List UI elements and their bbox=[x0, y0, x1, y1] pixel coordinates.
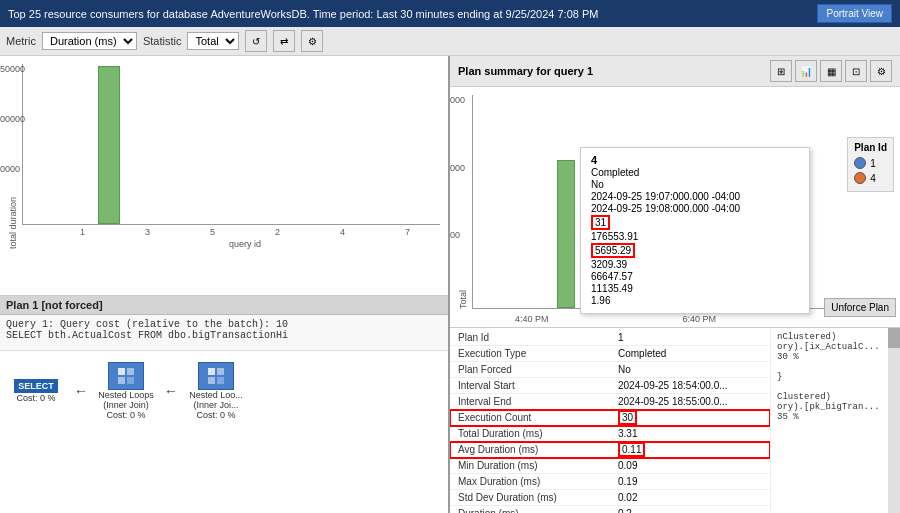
tooltip-row-number: 4 bbox=[589, 154, 801, 166]
x-axis-label: query id bbox=[50, 239, 440, 249]
svg-rect-5 bbox=[217, 368, 224, 375]
rside-spacer bbox=[777, 362, 894, 372]
statistic-select[interactable]: Total bbox=[187, 32, 239, 50]
stats-value: 0.11 bbox=[610, 442, 770, 458]
tooltip-val-66647: 66647.57 bbox=[591, 271, 633, 282]
sync-button[interactable]: ⇄ bbox=[273, 30, 295, 52]
x-label: 7 bbox=[405, 227, 410, 237]
bottom-left-panel: Plan 1 [not forced] Query 1: Query cost … bbox=[0, 296, 448, 513]
stats-label: Duration (ms) bbox=[450, 506, 610, 514]
tooltip-row-196: 1.96 bbox=[589, 295, 801, 306]
right-side-text: nClustered) ory).[ix_ActualC... 30 % } C… bbox=[770, 328, 900, 513]
tooltip-row-31: 31 bbox=[589, 215, 801, 230]
tooltip-val-3209: 3209.39 bbox=[591, 259, 627, 270]
nested-icon-1 bbox=[108, 362, 144, 390]
right-bottom-panel: Plan Id1Execution TypeCompletedPlan Forc… bbox=[450, 327, 900, 513]
portrait-view-button[interactable]: Portrait View bbox=[817, 4, 892, 23]
bar-group-1[interactable] bbox=[98, 66, 120, 224]
unforce-plan-button[interactable]: Unforce Plan bbox=[824, 298, 896, 317]
select-node-box: SELECT bbox=[14, 379, 58, 393]
stats-value: No bbox=[610, 362, 770, 378]
stats-panel: Plan Id1Execution TypeCompletedPlan Forc… bbox=[450, 328, 770, 513]
chart-plot: 150000 100000 50000 0 bbox=[22, 64, 440, 225]
y-tick: 100000 bbox=[0, 114, 25, 124]
stats-value: 30 bbox=[610, 410, 770, 426]
toolbar: Metric Duration (ms) Statistic Total ↺ ⇄… bbox=[0, 27, 900, 56]
right-bar-plan1[interactable] bbox=[557, 160, 575, 308]
stats-label: Execution Type bbox=[450, 346, 610, 362]
query-text: Query 1: Query cost (relative to the bat… bbox=[0, 315, 448, 351]
tooltip-row-176553: 176553.91 bbox=[589, 231, 801, 242]
tooltip-row-end: 2024-09-25 19:08:000.000 -04:00 bbox=[589, 203, 801, 214]
chart-btn-r2[interactable]: ▦ bbox=[820, 60, 842, 82]
plan-id-item-4: 4 bbox=[854, 172, 887, 184]
right-bottom-content: Plan Id1Execution TypeCompletedPlan Forc… bbox=[450, 328, 900, 513]
plan-id-label-1: 1 bbox=[870, 158, 876, 169]
refresh-button[interactable]: ↺ bbox=[245, 30, 267, 52]
tooltip-val-176553: 176553.91 bbox=[591, 231, 638, 242]
expand-btn[interactable]: ⊡ bbox=[845, 60, 867, 82]
tooltip-value-31: 31 bbox=[591, 215, 610, 230]
ry-tick: 50000 bbox=[450, 230, 465, 240]
stats-value: 3.31 bbox=[610, 426, 770, 442]
title-text: Top 25 resource consumers for database A… bbox=[8, 8, 598, 20]
right-panel: Plan summary for query 1 ⊞ 📊 ▦ ⊡ ⚙ Total… bbox=[450, 56, 900, 513]
metric-label: Metric bbox=[6, 35, 36, 47]
stats-label: Interval End bbox=[450, 394, 610, 410]
y-tick: 50000 bbox=[0, 164, 25, 174]
plan-dot-1 bbox=[854, 157, 866, 169]
plan-node-nested1: Nested Loops(Inner Join)Cost: 0 % bbox=[96, 362, 156, 420]
ry-tick: 150000 bbox=[450, 95, 465, 105]
stats-label: Max Duration (ms) bbox=[450, 474, 610, 490]
y-tick: 0 bbox=[0, 214, 25, 224]
tooltip-val-196: 1.96 bbox=[591, 295, 610, 306]
statistic-label: Statistic bbox=[143, 35, 182, 47]
x-axis: 1 3 5 2 4 7 bbox=[50, 225, 440, 237]
rside-line3: 30 % bbox=[777, 352, 894, 362]
stats-label: Plan Forced bbox=[450, 362, 610, 378]
grid-btn[interactable]: ⊞ bbox=[770, 60, 792, 82]
stats-table: Plan Id1Execution TypeCompletedPlan Forc… bbox=[450, 330, 770, 513]
right-x-label-2: 6:40 PM bbox=[683, 314, 717, 324]
tooltip-end: 2024-09-25 19:08:000.000 -04:00 bbox=[591, 203, 740, 214]
scrollbar-right[interactable] bbox=[888, 328, 900, 513]
tooltip-row-3209: 3209.39 bbox=[589, 259, 801, 270]
stats-label: Execution Count bbox=[450, 410, 610, 426]
x-label: 3 bbox=[145, 227, 150, 237]
ry-tick: 0 bbox=[450, 298, 465, 308]
y-ticks: 150000 100000 50000 0 bbox=[0, 64, 25, 224]
stats-label: Avg Duration (ms) bbox=[450, 442, 610, 458]
rside-line7: 35 % bbox=[777, 412, 894, 422]
tooltip-number: 4 bbox=[591, 154, 597, 166]
rside-line2: ory).[ix_ActualC... bbox=[777, 342, 894, 352]
plan-panel-header: Plan 1 [not forced] bbox=[0, 296, 448, 315]
stats-label: Interval Start bbox=[450, 378, 610, 394]
x-label: 4 bbox=[340, 227, 345, 237]
tooltip-val-11135: 11135.49 bbox=[591, 283, 633, 294]
stats-value: 2024-09-25 18:54:00.0... bbox=[610, 378, 770, 394]
scrollbar-thumb[interactable] bbox=[888, 328, 900, 348]
plan-id-item-1: 1 bbox=[854, 157, 887, 169]
svg-rect-2 bbox=[118, 377, 125, 384]
right-top-area: Total 150000 100000 50000 0 4:40 PM 6:40… bbox=[450, 87, 900, 327]
plan-id-title: Plan Id bbox=[854, 142, 887, 153]
rside-spacer2 bbox=[777, 382, 894, 392]
right-panel-header: Plan summary for query 1 ⊞ 📊 ▦ ⊡ ⚙ bbox=[450, 56, 900, 87]
tooltip-completed: Completed bbox=[591, 167, 639, 178]
bar-query-1[interactable] bbox=[98, 66, 120, 224]
stats-label: Plan Id bbox=[450, 330, 610, 346]
left-panel: total duration 150000 100000 50000 0 bbox=[0, 56, 450, 513]
stats-value: 0.09 bbox=[610, 458, 770, 474]
plan-id-label-4: 4 bbox=[870, 173, 876, 184]
settings-btn-r[interactable]: ⚙ bbox=[870, 60, 892, 82]
chart-btn-r1[interactable]: 📊 bbox=[795, 60, 817, 82]
stats-value: 1 bbox=[610, 330, 770, 346]
x-label: 5 bbox=[210, 227, 215, 237]
arrow-2: ← bbox=[164, 383, 178, 399]
x-label: 1 bbox=[80, 227, 85, 237]
tooltip-val-5695: 5695.29 bbox=[591, 243, 635, 258]
right-toolbar: ⊞ 📊 ▦ ⊡ ⚙ bbox=[770, 60, 892, 82]
settings-button[interactable]: ⚙ bbox=[301, 30, 323, 52]
metric-select[interactable]: Duration (ms) bbox=[42, 32, 137, 50]
stats-label: Total Duration (ms) bbox=[450, 426, 610, 442]
